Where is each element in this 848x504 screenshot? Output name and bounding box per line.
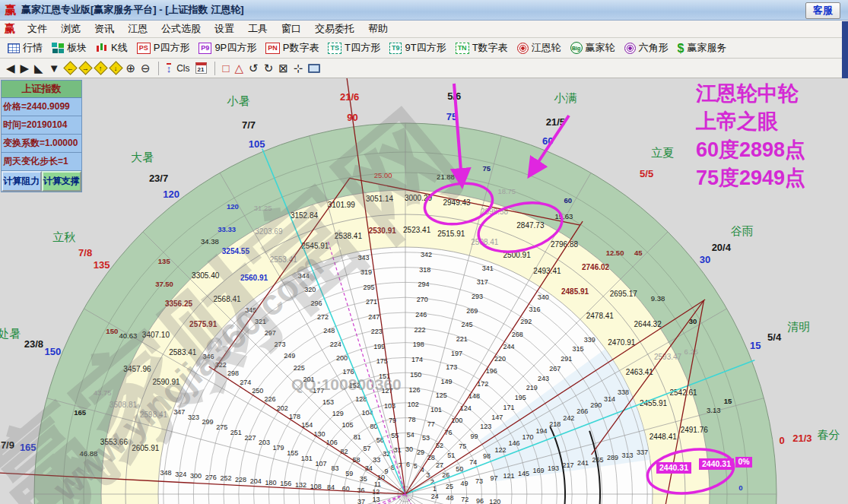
svg-text:2493.41: 2493.41: [533, 267, 561, 275]
svg-text:98: 98: [483, 452, 491, 460]
forward-icon[interactable]: ▶: [21, 62, 30, 75]
price-axis-icon[interactable]: ↕: [167, 63, 172, 74]
svg-text:147: 147: [491, 414, 503, 421]
toolbar-p-square[interactable]: PSP四方形: [132, 40, 195, 56]
svg-text:173: 173: [446, 363, 457, 371]
svg-text:251: 251: [230, 429, 242, 436]
svg-text:50: 50: [456, 465, 463, 473]
svg-text:324: 324: [175, 471, 186, 478]
svg-text:221: 221: [456, 335, 468, 343]
calc-resistance-button[interactable]: 计算阻力: [2, 171, 42, 192]
calc-support-button[interactable]: 计算支撑: [42, 171, 82, 192]
triangle-down-icon[interactable]: ▼: [49, 62, 60, 75]
svg-text:170: 170: [522, 433, 533, 441]
menu-bar: 赢 文件浏览资讯江恩公式选股设置工具窗口交易委托帮助: [0, 21, 848, 38]
toolbar-winner-wheel[interactable]: Big赢家轮: [566, 40, 620, 56]
svg-text:348: 348: [160, 469, 171, 477]
svg-text:290: 290: [590, 401, 602, 409]
zoom-out-icon[interactable]: ⊖: [141, 62, 151, 75]
menu-窗口[interactable]: 窗口: [275, 21, 308, 37]
menu-浏览[interactable]: 浏览: [54, 21, 87, 37]
svg-text:153: 153: [322, 398, 334, 406]
menu-资讯[interactable]: 资讯: [87, 21, 121, 37]
svg-text:0%: 0%: [738, 457, 750, 466]
svg-text:337: 337: [637, 449, 648, 456]
toolbar-winner-service[interactable]: $赢家服务: [673, 40, 732, 56]
pan-left-icon[interactable]: ←: [63, 61, 77, 74]
pan-up-icon[interactable]: ↑: [94, 61, 107, 74]
svg-text:315: 315: [573, 345, 584, 353]
p-table-icon: PN: [265, 43, 280, 54]
p-square-icon: PS: [137, 43, 151, 54]
square-tool-icon[interactable]: □: [223, 62, 230, 75]
svg-text:48: 48: [446, 494, 454, 502]
toolbar-9p-square[interactable]: P99P四方形: [194, 40, 261, 56]
svg-text:73: 73: [475, 477, 483, 485]
calendar-icon[interactable]: 21: [195, 62, 207, 74]
svg-text:31: 31: [394, 446, 402, 454]
menu-帮助[interactable]: 帮助: [361, 21, 395, 37]
toolbar-t-table[interactable]: TNT数字表: [451, 40, 513, 56]
svg-text:269: 269: [466, 307, 478, 315]
pan-down-icon[interactable]: ↓: [109, 61, 122, 74]
svg-text:135: 135: [158, 257, 171, 265]
center-view-icon[interactable]: ⊹: [294, 62, 303, 75]
svg-text:105: 105: [342, 421, 354, 429]
svg-text:33: 33: [373, 456, 380, 464]
svg-text:81: 81: [354, 433, 361, 441]
svg-text:224: 224: [330, 341, 341, 348]
menu-logo-icon: 赢: [5, 22, 15, 36]
rotate-ccw-icon[interactable]: ↺: [249, 62, 259, 75]
svg-text:150: 150: [45, 346, 62, 357]
svg-text:276: 276: [205, 474, 217, 481]
customer-service-button[interactable]: 客服: [805, 2, 840, 19]
svg-text:219: 219: [526, 384, 538, 391]
svg-text:72: 72: [461, 496, 468, 503]
svg-text:51: 51: [447, 452, 455, 459]
screen-icon[interactable]: [308, 64, 320, 73]
toolbar-hexagon[interactable]: 六角形: [620, 40, 673, 56]
triangle-left-icon[interactable]: ◣: [34, 62, 43, 75]
svg-text:222: 222: [414, 326, 425, 334]
svg-text:12.50: 12.50: [606, 249, 624, 257]
toolbar-9t-square[interactable]: T99T四方形: [385, 40, 451, 56]
toolbar-quotes[interactable]: 行情: [3, 40, 47, 56]
svg-text:2847.73: 2847.73: [516, 221, 545, 230]
svg-text:270: 270: [417, 296, 428, 303]
toolbar-kline[interactable]: K线: [91, 40, 132, 56]
svg-text:268: 268: [512, 331, 523, 338]
svg-text:春分: 春分: [818, 428, 840, 441]
svg-text:97: 97: [490, 474, 497, 482]
quotes-label: 行情: [23, 41, 43, 55]
svg-text:342: 342: [421, 251, 432, 258]
price-field: 价格=2440.9099: [2, 98, 81, 116]
menu-文件[interactable]: 文件: [21, 21, 54, 37]
cls-button[interactable]: Cls: [176, 63, 189, 74]
delete-box-icon[interactable]: ⊠: [278, 62, 288, 75]
svg-text:135: 135: [94, 259, 110, 271]
time-field: 时间=20190104: [2, 116, 81, 135]
menu-设置[interactable]: 设置: [208, 21, 241, 37]
triangle-tool-icon[interactable]: △: [235, 62, 244, 75]
svg-text:27: 27: [436, 461, 443, 469]
toolbar-gann-wheel[interactable]: 江恩轮: [513, 40, 566, 56]
back-icon[interactable]: ◀: [6, 62, 15, 75]
svg-text:204: 204: [250, 477, 262, 485]
annotation-line: 75度2949点: [696, 164, 805, 192]
toolbar-separator: [158, 62, 159, 75]
zoom-in-icon[interactable]: ⊕: [126, 62, 136, 75]
toolbar-t-square[interactable]: TST四方形: [323, 40, 384, 56]
quotes-icon: [8, 43, 20, 53]
svg-text:2593.47: 2593.47: [654, 353, 682, 361]
svg-text:289: 289: [607, 454, 618, 461]
menu-江恩[interactable]: 江恩: [121, 21, 154, 37]
gann-wheel-label: 江恩轮: [532, 41, 561, 55]
annotation-line: 江恩轮中轮: [696, 80, 805, 108]
menu-公式选股[interactable]: 公式选股: [154, 21, 208, 37]
rotate-cw-icon[interactable]: ↻: [264, 62, 274, 75]
toolbar-p-table[interactable]: PNP数字表: [261, 40, 323, 56]
toolbar-sectors[interactable]: 板块: [47, 40, 91, 56]
pan-right-icon[interactable]: →: [78, 61, 92, 74]
menu-交易委托[interactable]: 交易委托: [308, 21, 361, 37]
menu-工具[interactable]: 工具: [241, 21, 275, 37]
